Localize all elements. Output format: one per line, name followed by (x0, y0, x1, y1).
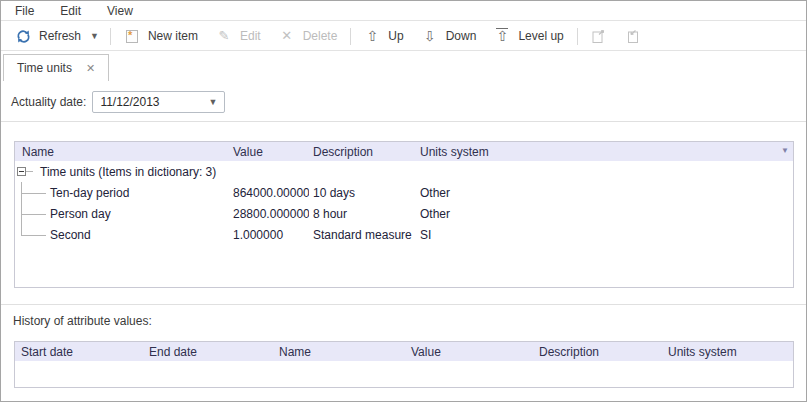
cell-value: 28800.000000 (229, 203, 309, 224)
up-label: Up (388, 29, 403, 43)
menu-file[interactable]: File (15, 4, 34, 18)
arrow-up-icon: ⇧ (364, 28, 380, 44)
import-document-icon (625, 28, 641, 44)
tab-time-units[interactable]: Time units ✕ (3, 54, 109, 81)
delete-label: Delete (303, 29, 338, 43)
export-document-icon (591, 28, 607, 44)
new-item-button[interactable]: * New item (115, 24, 207, 48)
menu-view[interactable]: View (107, 4, 133, 18)
import-button[interactable] (616, 24, 650, 48)
tab-strip: Time units ✕ (3, 54, 109, 81)
table-row[interactable]: Ten-day period 864000.000000 10 days Oth… (15, 182, 793, 203)
menu-edit[interactable]: Edit (60, 4, 81, 18)
down-button[interactable]: ⇩ Down (413, 24, 486, 48)
level-up-label: Level up (518, 29, 563, 43)
actuality-date-value: 11/12/2013 (100, 95, 159, 109)
toolbar-separator (577, 28, 578, 45)
tree-root-label: Time units (Items in dictionary: 3) (40, 165, 216, 179)
export-button[interactable] (582, 24, 616, 48)
arrow-level-up-icon: ⇧ (494, 28, 510, 44)
cell-name: Ten-day period (15, 182, 229, 203)
app-window: File Edit View Refresh ▼ * (0, 0, 807, 402)
x-cross-icon: ✕ (279, 28, 295, 44)
column-header-description[interactable]: Description (533, 345, 662, 359)
tree-root-row[interactable]: Time units (Items in dictionary: 3) (15, 161, 793, 182)
arrow-down-icon: ⇩ (422, 28, 438, 44)
svg-text:*: * (128, 29, 133, 41)
cell-name: Second (15, 224, 229, 245)
table-row[interactable]: Person day 28800.000000 8 hour Other (15, 203, 793, 224)
cell-units-system: Other (416, 203, 793, 224)
toolbar-separator (350, 28, 351, 45)
section-divider (1, 121, 806, 122)
column-header-value[interactable]: Value (405, 345, 533, 359)
time-units-table: Name Value Description Units system ▼ Ti… (14, 141, 794, 288)
column-menu-icon[interactable]: ▼ (781, 146, 789, 155)
table-row[interactable]: Second 1.000000 Standard measure SI (15, 224, 793, 245)
pencil-icon: ✎ (216, 28, 232, 44)
down-label: Down (446, 29, 477, 43)
cell-units-system: SI (416, 224, 793, 245)
section-divider (1, 304, 806, 305)
column-header-units-system[interactable]: Units system (662, 345, 793, 359)
menu-bar: File Edit View (1, 1, 806, 21)
cell-value: 864000.000000 (229, 182, 309, 203)
cell-units-system: Other (416, 182, 793, 203)
filter-row: Actuality date: 11/12/2013 ▼ (11, 91, 225, 113)
column-header-name[interactable]: Name (15, 145, 229, 159)
column-header-units-system[interactable]: Units system (416, 145, 793, 159)
refresh-icon (15, 28, 31, 44)
cell-description: 8 hour (309, 203, 416, 224)
column-header-description[interactable]: Description (309, 145, 416, 159)
column-header-name[interactable]: Name (273, 345, 405, 359)
column-header-end-date[interactable]: End date (143, 345, 273, 359)
refresh-label: Refresh (39, 29, 81, 43)
delete-button[interactable]: ✕ Delete (270, 24, 347, 48)
refresh-button[interactable]: Refresh (6, 24, 90, 48)
actuality-date-label: Actuality date: (11, 95, 86, 109)
new-document-icon: * (124, 28, 140, 44)
cell-value: 1.000000 (229, 224, 309, 245)
column-header-start-date[interactable]: Start date (15, 345, 143, 359)
column-header-value[interactable]: Value (229, 145, 309, 159)
toolbar-separator (110, 28, 111, 45)
history-section-label: History of attribute values: (13, 314, 152, 328)
actuality-date-combobox[interactable]: 11/12/2013 ▼ (92, 91, 225, 113)
time-units-table-header: Name Value Description Units system ▼ (15, 142, 793, 161)
collapse-minus-icon[interactable] (17, 167, 26, 176)
level-up-button[interactable]: ⇧ Level up (485, 24, 572, 48)
cell-name: Person day (15, 203, 229, 224)
history-table: Start date End date Name Value Descripti… (14, 341, 794, 388)
new-item-label: New item (148, 29, 198, 43)
tab-close-icon[interactable]: ✕ (86, 62, 95, 75)
cell-description: 10 days (309, 182, 416, 203)
toolbar: Refresh ▼ * New item ✎ Edit ✕ Delete ⇧ U… (1, 22, 806, 51)
cell-description: Standard measure (309, 224, 416, 245)
combo-dropdown-icon[interactable]: ▼ (208, 97, 217, 107)
edit-label: Edit (240, 29, 261, 43)
up-button[interactable]: ⇧ Up (355, 24, 412, 48)
tab-label: Time units (17, 61, 72, 75)
edit-button[interactable]: ✎ Edit (207, 24, 270, 48)
tree-connector (26, 171, 33, 172)
refresh-dropdown-icon[interactable]: ▼ (90, 31, 99, 41)
history-table-header: Start date End date Name Value Descripti… (15, 342, 793, 361)
